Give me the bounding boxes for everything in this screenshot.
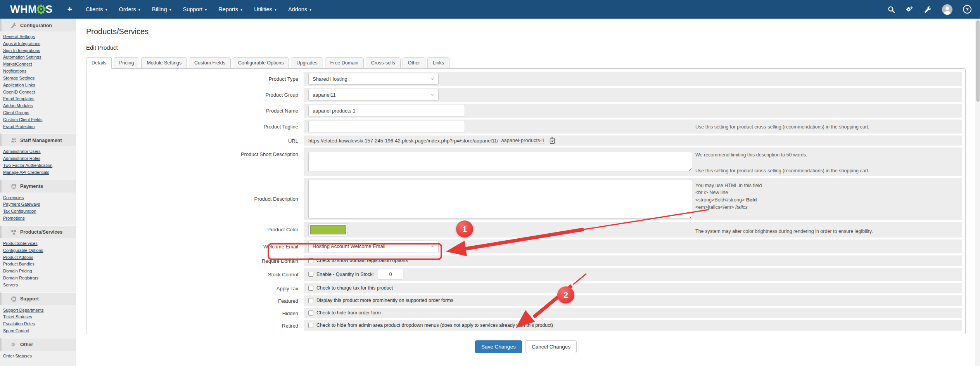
help-icon[interactable]: ? xyxy=(963,5,971,14)
sidebar-link[interactable]: Product Addons xyxy=(3,254,73,261)
apply-tax-checkbox[interactable] xyxy=(308,286,313,291)
tab[interactable]: Links xyxy=(427,57,449,69)
sidebar-link[interactable]: Configurable Options xyxy=(3,247,73,254)
copy-clipboard-icon[interactable] xyxy=(549,137,555,144)
checkbox-label: Check to hide from admin area product dr… xyxy=(316,323,553,328)
welcome-email-select[interactable]: Hosting Account Welcome Email ⌄ xyxy=(308,241,439,252)
nav-menu-item[interactable]: Addons ▾ xyxy=(282,0,317,19)
search-icon[interactable] xyxy=(887,5,895,13)
sidebar-link[interactable]: Custom Client Fields xyxy=(3,116,73,123)
section-title: Other xyxy=(20,342,33,347)
gear-logo-icon: ⚙ xyxy=(36,3,47,16)
sidebar-link[interactable]: Spam Control xyxy=(3,328,73,335)
sidebar-link[interactable]: Tax Configuration xyxy=(3,208,73,215)
sidebar-link[interactable]: Two-Factor Authentication xyxy=(3,162,73,169)
section-title: Payments xyxy=(20,184,43,189)
sidebar-link[interactable]: Promotions xyxy=(3,215,73,222)
field-label: Retired xyxy=(90,320,304,331)
sidebar-link[interactable]: Product Bundles xyxy=(3,261,73,268)
form-row-product-tagline: Product Tagline Use this setting for pro… xyxy=(90,120,962,134)
sidebar-link[interactable]: Domain Registrars xyxy=(3,275,73,282)
sidebar-link[interactable]: Servers xyxy=(3,282,73,289)
field-label: Product Tagline xyxy=(90,120,304,134)
sidebar-section-support: Support xyxy=(0,292,76,305)
sidebar-link[interactable]: Administrator Roles xyxy=(3,155,73,162)
sidebar-link[interactable]: Sign-In Integrations xyxy=(3,47,73,54)
description-textarea[interactable] xyxy=(308,180,692,219)
form-row-featured: Featured Display this product more promi… xyxy=(90,295,962,306)
require-domain-checkbox[interactable] xyxy=(308,258,313,263)
sidebar-link[interactable]: Escalation Rules xyxy=(3,321,73,328)
user-avatar[interactable] xyxy=(942,4,952,15)
nav-menu-item[interactable]: Utilities ▾ xyxy=(248,0,282,19)
sidebar-link[interactable]: Manage API Credentials xyxy=(3,169,73,176)
helper-text: The system may alter color brightness du… xyxy=(695,225,958,234)
nav-menu-item[interactable]: Reports ▾ xyxy=(213,0,248,19)
caret-down-icon: ▾ xyxy=(105,7,107,12)
sidebar-link[interactable]: Storage Settings xyxy=(3,75,73,82)
tab[interactable]: Module Settings xyxy=(141,57,187,69)
section-title: Support xyxy=(20,296,39,302)
short-description-textarea[interactable] xyxy=(308,152,692,172)
nav-menu-item[interactable]: Orders ▾ xyxy=(113,0,146,19)
settings-gears-icon[interactable] xyxy=(906,5,913,13)
nav-menu-item[interactable]: Clients ▾ xyxy=(80,0,113,19)
page-scrollbar[interactable] xyxy=(975,19,980,366)
stock-control-checkbox[interactable] xyxy=(308,272,313,277)
tab[interactable]: Cross-sells xyxy=(366,57,401,69)
field-label: Product Description xyxy=(90,196,304,202)
sidebar-link[interactable]: General Settings xyxy=(3,33,73,40)
tab[interactable]: Configurable Options xyxy=(233,57,289,69)
tab[interactable]: Custom Fields xyxy=(189,57,231,69)
tools-wrench-icon[interactable] xyxy=(924,5,932,13)
field-label: Product Short Description xyxy=(90,147,304,176)
sidebar-link[interactable]: Automation Settings xyxy=(3,54,73,61)
sidebar-link[interactable]: Ticket Statuses xyxy=(3,314,73,321)
save-changes-button[interactable]: Save Changes xyxy=(475,340,522,353)
quick-add-button[interactable]: + xyxy=(67,5,72,14)
sidebar-link[interactable]: Client Groups xyxy=(3,109,73,116)
cancel-changes-button[interactable]: Cancel Changes xyxy=(525,340,577,353)
product-tagline-input[interactable] xyxy=(308,121,465,132)
product-group-select[interactable]: aapanel11 ⌄ xyxy=(308,89,439,101)
whmcs-logo[interactable]: WHM⚙S xyxy=(10,3,53,16)
tab[interactable]: Free Domain xyxy=(325,57,364,69)
product-type-select[interactable]: Shared Hosting ⌄ xyxy=(308,73,439,85)
featured-checkbox[interactable] xyxy=(308,298,313,303)
sidebar-link[interactable]: Payment Gateways xyxy=(3,201,73,208)
product-name-input[interactable] xyxy=(308,105,465,116)
sidebar-link[interactable]: OpenID Connect xyxy=(3,89,73,96)
scrollbar-thumb[interactable] xyxy=(976,20,980,102)
form-row-url: URL https://elated-kowalevski.157-245-19… xyxy=(90,135,962,146)
nav-menu-label: Billing xyxy=(152,6,167,12)
product-color-picker-button[interactable] xyxy=(308,223,348,236)
sidebar-link[interactable]: Apps & Integrations xyxy=(3,40,73,47)
sidebar-link[interactable]: Domain Pricing xyxy=(3,268,73,275)
tab[interactable]: Details xyxy=(86,57,112,69)
chevron-down-icon: ⌄ xyxy=(430,91,434,97)
form-row-apply-tax: Apply Tax Check to charge tax for this p… xyxy=(90,283,962,293)
sidebar-link[interactable]: Products/Services xyxy=(3,240,73,247)
url-slug-editable[interactable]: aapanel-products-1 xyxy=(501,137,544,144)
sidebar-link[interactable]: Fraud Protection xyxy=(3,123,73,130)
sidebar-link[interactable]: Addon Modules xyxy=(3,102,73,109)
checkbox-label: Check to charge tax for this product xyxy=(316,285,393,291)
tab[interactable]: Pricing xyxy=(114,57,139,69)
sidebar-link[interactable]: MarketConnect xyxy=(3,61,73,68)
sidebar-link[interactable]: Application Links xyxy=(3,82,73,89)
nav-menu-item[interactable]: Billing ▾ xyxy=(146,0,177,19)
helper-line: Use this setting for product cross-selli… xyxy=(695,167,958,175)
sidebar-link[interactable]: Support Departments xyxy=(3,307,73,314)
sidebar-link[interactable]: Notifications xyxy=(3,68,73,75)
url-base-text: https://elated-kowalevski.157-245-196-42… xyxy=(308,138,498,144)
tab[interactable]: Other xyxy=(403,57,425,69)
tab[interactable]: Upgrades xyxy=(291,57,323,69)
sidebar-link[interactable]: Administrator Users xyxy=(3,148,73,155)
sidebar-link[interactable]: Order Statuses xyxy=(3,353,73,360)
sidebar-link[interactable]: Email Templates xyxy=(3,95,73,102)
stock-quantity-input[interactable] xyxy=(378,269,403,280)
hidden-checkbox[interactable] xyxy=(308,310,313,316)
sidebar-link[interactable]: Currencies xyxy=(3,194,73,201)
retired-checkbox[interactable] xyxy=(308,323,313,328)
nav-menu-item[interactable]: Support ▾ xyxy=(177,0,213,19)
